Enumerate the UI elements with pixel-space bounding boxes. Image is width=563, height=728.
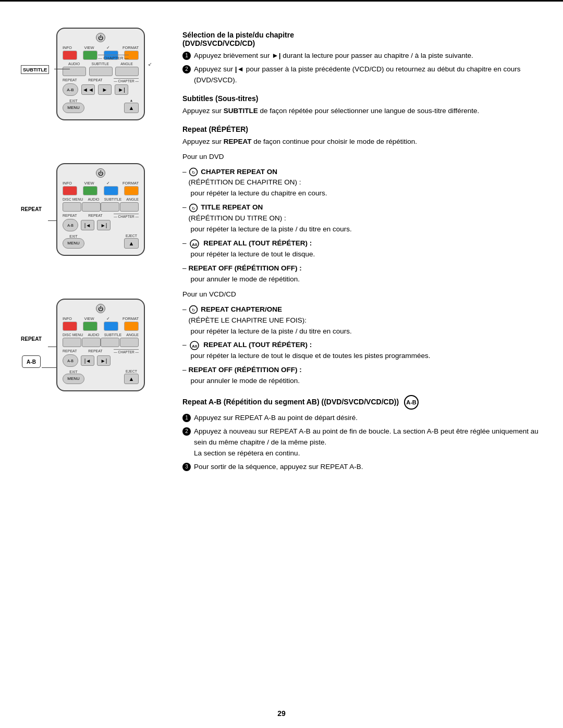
eject-btn-2[interactable]: ▲ [124,238,139,249]
right-column: Sélection de la piste/du chapitre (DVD/S… [182,17,542,478]
ab-btn-1[interactable]: A-B [63,83,78,96]
repeat-ab-subtitle: ((DVD/SVCD/VCD/CD)) [322,398,399,406]
ab-item-3: 3 Pour sortir de la séquence, appuyez su… [182,462,542,473]
eject-btn-3[interactable]: ▲ [124,374,139,384]
prev-btn-2[interactable]: |◄ [81,220,94,230]
menu-btn-3[interactable]: MENU [63,374,84,384]
grey-btn-1b[interactable] [89,67,113,76]
next-btn-1[interactable]: ► [98,84,112,95]
blue-btn-3[interactable] [104,322,118,331]
grey-btn-2d[interactable] [120,202,139,212]
next-btn-2[interactable]: ►| [97,220,111,230]
nav-row-1: A-B ◄◄ ► ►| [63,83,139,96]
repeat-title-icon: ↻ [189,203,198,213]
grey-btn-3d[interactable] [120,338,139,347]
green-btn-1[interactable] [83,51,97,60]
item-num-1: 1 [182,52,191,60]
eject-btn-1[interactable]: ▲ [124,103,139,113]
grey-btn-1a[interactable] [63,67,86,76]
item-num-2: 2 [182,65,191,73]
repeat-title: Repeat (RÉPÉTER) [182,125,542,133]
repeat-ab-section: Repeat A-B (Répétition du segment AB) ((… [182,395,542,473]
eject-label-1: ▲ [124,98,139,102]
dvd-item-3-sub: pour répéter la lecture de tout le disqu… [189,250,315,258]
subtitle-arrow-line [54,69,70,69]
orange-btn-2[interactable] [124,186,139,195]
ab-num-2: 2 [182,427,191,436]
selection-item-1-text: Appuyez brièvement sur ►| durant la lect… [194,51,473,61]
vcd-item-1-sub: pour répéter la lecture de la piste / du… [189,327,352,335]
red-btn-1[interactable] [63,51,77,60]
menu-btn-1[interactable]: MENU [63,103,84,113]
remote-2-body: ⏻ INFO VIEW ✓ FORMAT DISC [56,163,145,256]
row-labels-2: AUDIO SUBTITLE ANGLE [63,62,139,66]
grey-btn-3c[interactable] [101,338,119,347]
ab-item-1-text: Appuyez sur REPEAT A-B au point de dépar… [194,413,358,424]
next2-btn-1[interactable]: ►| [115,84,128,95]
svg-text:↻: ↻ [191,308,195,313]
exit-label-1: EXIT [63,99,84,103]
svg-text:↻: ↻ [191,206,195,211]
page-number: 29 [277,709,286,718]
selection-title: Sélection de la piste/du chapitre [182,31,294,39]
subtitles-text: Appuyez sur SUBTITLE de façon répétée po… [182,106,542,117]
subtitle-callout-label: SUBTITLE [21,65,49,74]
remote-1-body: ⏻ INFO VIEW ✓ FORMAT AUDI [56,28,145,120]
ab-num-1: 1 [182,414,191,422]
repeat-all-icon: All [189,239,200,249]
row-labels-1: INFO VIEW ✓ FORMAT [63,45,139,50]
vcd-item-3-sub: pour annuler le mode de répétition. [189,377,300,385]
next-btn-3[interactable]: ►| [97,355,111,366]
repeat-chapter-labels-3: REPEAT REPEAT — CHAPTER — [63,349,139,354]
selection-item-1: 1 Appuyez brièvement sur ►| durant la le… [182,51,542,61]
repeat-callout-label-3: REPEAT [21,336,42,342]
selection-subtitle: (DVD/SVCD/VCD/CD) [182,39,255,47]
ab-item-2-text: Appuyez à nouveau sur REPEAT A-B au poin… [194,427,538,446]
red-btn-3[interactable] [63,322,77,331]
svg-text:All: All [191,344,197,349]
ab-arrow-line-3 [42,367,56,368]
repeat-chapter-icon: ↻ [189,167,198,177]
grey-btns-row-3 [63,338,139,347]
exit-label-2: EXIT [63,235,84,238]
power-btn-2[interactable]: ⏻ [96,168,105,178]
grey-btn-2a[interactable] [63,202,81,212]
repeat-ab-title: Repeat A-B (Répétition du segment AB) [182,398,320,406]
grey-btn-3a[interactable] [63,338,81,347]
grey-btn-2c[interactable] [101,202,119,212]
grey-btn-2b[interactable] [82,202,101,212]
subtitles-title: Subtitles (Sous-titres) [182,94,542,103]
power-btn-3[interactable]: ⏻ [96,304,105,313]
nav-row-2: A-B |◄ ►| [63,219,139,231]
grey-btn-3b[interactable] [82,338,101,347]
green-btn-3[interactable] [83,322,97,331]
nav-row-3: A-B |◄ ►| [63,354,139,367]
ab-callout-label-3: A-B [22,355,41,368]
eject-label-3: EJECT [124,369,139,373]
power-btn-1[interactable]: ⏻ [96,33,105,42]
blue-btn-2[interactable] [104,186,118,195]
prev-btn-3[interactable]: |◄ [81,355,94,366]
remote-1-container: SUBTITLE — CHAPTER — ↙ ⏻ INFO VIEW ✓ [21,28,156,142]
repeat-callout-label: REPEAT [21,206,42,212]
green-btn-2[interactable] [83,186,97,195]
remote-3-container: REPEAT A-B ⏻ INFO VIEW ✓ FORMAT [21,299,156,413]
vcd-item-3: – REPEAT OFF (RÉPÉTITION OFF) : pour ann… [182,365,542,387]
color-btns-2 [63,186,139,195]
repeat-all-vcd-icon: All [189,341,200,350]
prev-btn-1[interactable]: ◄◄ [81,84,95,95]
ab-item-2: 2 Appuyez à nouveau sur REPEAT A-B au po… [182,426,542,459]
ab-btn-2[interactable]: A-B [63,219,78,231]
repeat-chapter-labels-2: REPEAT REPEAT — CHAPTER — [63,214,139,218]
orange-btn-3[interactable] [124,322,139,331]
color-btns-3 [63,322,139,331]
ab-btn-3[interactable]: A-B [63,354,78,367]
red-btn-2[interactable] [63,186,77,195]
bottom-row-3: EXIT MENU EJECT ▲ [63,369,139,384]
menu-btn-2[interactable]: MENU [63,238,84,249]
bottom-row-1: EXIT MENU ▲ ▲ [63,98,139,113]
dvd-item-2-sub: pour répéter la lecture de la piste / du… [189,225,352,233]
grey-btns-row-1 [63,67,139,76]
repeat-chapter-labels: REPEAT REPEAT — CHAPTER — [63,78,139,83]
grey-btn-1c[interactable] [115,67,139,76]
